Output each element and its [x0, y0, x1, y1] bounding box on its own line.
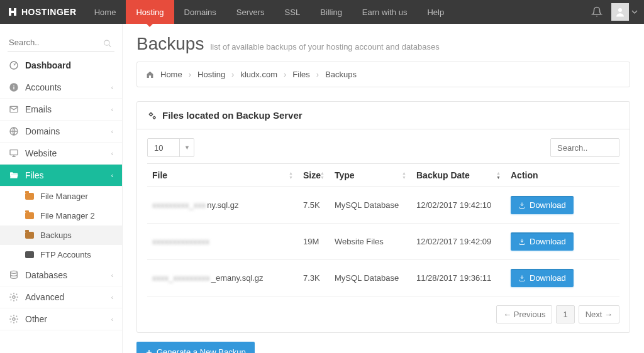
svg-line-5 — [109, 45, 111, 47]
cell-size: 7.5K — [298, 187, 330, 224]
folder-open-icon — [9, 170, 19, 180]
sidebar-item-label: Other — [25, 314, 47, 324]
col-label: File — [152, 170, 167, 180]
nav-item-domains[interactable]: Domains — [174, 0, 226, 24]
folder-icon — [25, 232, 34, 239]
cell-action: Download — [506, 260, 619, 296]
sidebar-sub-file-manager-2[interactable]: File Manager 2 — [0, 206, 122, 225]
nav-item-help[interactable]: Help — [417, 0, 454, 24]
generate-backup-label: Generate a New Backup — [157, 347, 246, 353]
folder-icon — [25, 212, 34, 219]
dashboard-icon — [9, 60, 19, 70]
chevron-right-icon: ‹ — [111, 316, 113, 323]
sidebar-sub-label: Backups — [40, 231, 72, 240]
sidebar-dashboard-label: Dashboard — [25, 60, 71, 70]
cell-date: 12/02/2017 19:42:10 — [411, 187, 506, 224]
gears-icon — [147, 111, 157, 121]
generate-backup-button[interactable]: Generate a New Backup — [136, 342, 255, 353]
col-action[interactable]: Action — [506, 164, 619, 187]
sidebar-search-input[interactable] — [8, 34, 114, 52]
nav-item-home[interactable]: Home — [84, 0, 126, 24]
next-button[interactable]: Next → — [579, 305, 619, 323]
download-button[interactable]: Download — [511, 232, 574, 251]
sidebar-item-domains[interactable]: Domains‹ — [0, 121, 122, 143]
cell-date: 12/02/2017 19:42:09 — [411, 224, 506, 260]
table-search-input[interactable] — [550, 138, 619, 157]
page-size-value: 10 — [148, 139, 180, 156]
chevron-left-icon: ‹ — [111, 172, 113, 179]
breadcrumb-home[interactable]: Home — [160, 70, 182, 79]
monitor-icon — [9, 148, 19, 158]
chevron-right-icon: ‹ — [111, 150, 113, 157]
page-size-select[interactable]: 10 ▼ — [147, 138, 194, 157]
breadcrumb-hosting[interactable]: Hosting — [197, 70, 225, 79]
cell-file: xxxxxxxxx_xxxny.sql.gz — [147, 187, 298, 224]
user-menu[interactable] — [611, 3, 638, 21]
cell-size: 7.3K — [298, 260, 330, 296]
download-icon — [518, 274, 526, 282]
sidebar-item-advanced[interactable]: Advanced‹ — [0, 286, 122, 308]
col-label: Type — [335, 170, 355, 180]
prev-button[interactable]: ← Previous — [496, 305, 552, 323]
sidebar-item-label: Accounts — [25, 82, 62, 92]
chevron-right-icon: ‹ — [111, 84, 113, 91]
page-1-button[interactable]: 1 — [556, 305, 574, 323]
col-type[interactable]: Type▲▼ — [330, 164, 411, 187]
folder-icon — [25, 193, 34, 200]
nav-item-hosting[interactable]: Hosting — [126, 0, 174, 24]
svg-rect-12 — [10, 150, 18, 155]
sidebar-sub-file-manager[interactable]: File Manager — [0, 187, 122, 206]
chevron-right-icon: › — [189, 70, 191, 79]
chevron-right-icon: › — [284, 70, 286, 79]
plus-icon — [145, 349, 153, 354]
sidebar-item-website[interactable]: Website‹ — [0, 143, 122, 165]
info-icon — [9, 82, 19, 92]
sidebar-item-files[interactable]: Files‹ — [0, 165, 122, 187]
sidebar-item-emails[interactable]: Emails‹ — [0, 99, 122, 121]
nav-item-servers[interactable]: Servers — [226, 0, 275, 24]
backup-panel: Files located on Backup Server 10 ▼ File… — [136, 101, 630, 333]
brand[interactable]: HOSTINGER — [0, 7, 84, 17]
sidebar-sub-ftp-accounts[interactable]: FTP Accounts — [0, 245, 122, 264]
bell-icon[interactable] — [591, 6, 602, 18]
brand-text: HOSTINGER — [21, 7, 77, 17]
cell-size: 19M — [298, 224, 330, 260]
download-button[interactable]: Download — [511, 196, 574, 214]
col-label: Backup Date — [416, 170, 470, 180]
sort-icon: ▲▼ — [289, 171, 293, 180]
col-file[interactable]: File▲▼ — [147, 164, 298, 187]
nav-item-billing[interactable]: Billing — [310, 0, 352, 24]
sidebar-item-accounts[interactable]: Accounts‹ — [0, 77, 122, 99]
col-backup-date[interactable]: Backup Date▲▼ — [411, 164, 506, 187]
sidebar-item-databases[interactable]: Databases‹ — [0, 264, 122, 286]
sidebar-item-label: Website — [25, 148, 57, 158]
globe-icon — [9, 126, 19, 136]
panel-title-row: Files located on Backup Server — [137, 102, 630, 129]
col-size[interactable]: Size▲▼ — [298, 164, 330, 187]
sort-icon: ▲▼ — [496, 171, 501, 180]
cell-type: Website Files — [330, 224, 411, 260]
breadcrumb-files[interactable]: Files — [292, 70, 309, 79]
sort-icon: ▲▼ — [320, 171, 325, 180]
nav-item-earn-with-us[interactable]: Earn with us — [352, 0, 418, 24]
chevron-right-icon: ‹ — [111, 106, 113, 113]
download-button[interactable]: Download — [511, 269, 574, 287]
download-label: Download — [530, 237, 566, 246]
download-icon — [518, 238, 526, 246]
sidebar-item-other[interactable]: Other‹ — [0, 308, 122, 330]
sidebar-item-label: Emails — [25, 104, 52, 114]
cell-action: Download — [506, 224, 619, 260]
svg-point-16 — [13, 296, 15, 298]
sidebar-sub-backups[interactable]: Backups — [0, 225, 122, 245]
breadcrumb-kludx-com[interactable]: kludx.com — [240, 70, 277, 79]
gear-icon — [9, 292, 19, 302]
chevron-down-icon — [631, 9, 638, 15]
sidebar-sub-label: File Manager — [40, 192, 88, 201]
cell-date: 11/28/2017 19:36:11 — [411, 260, 506, 296]
download-label: Download — [530, 200, 566, 210]
sidebar-item-dashboard[interactable]: Dashboard — [0, 58, 122, 77]
svg-rect-2 — [9, 11, 16, 13]
nav-item-ssl[interactable]: SSL — [275, 0, 311, 24]
sidebar-item-label: Domains — [25, 126, 60, 136]
cell-file: xxxxxxxxxxxxxx — [147, 224, 298, 260]
